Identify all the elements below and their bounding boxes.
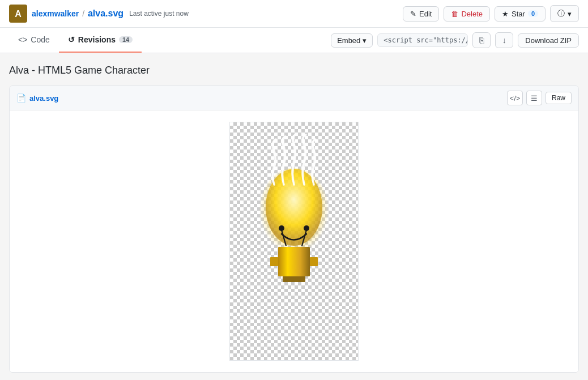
- top-bar-left: A alexmwalker / alva.svg Last active jus…: [9, 5, 189, 23]
- star-count-badge: 0: [528, 10, 538, 17]
- chevron-down-icon: ▾: [568, 10, 572, 18]
- top-bar-right: ✎ Edit 🗑 Delete ★ Star 0 ⓘ ▾: [403, 5, 579, 22]
- lightbulb-illustration: [254, 134, 334, 349]
- tab-code[interactable]: <> Code: [9, 28, 59, 53]
- revisions-icon: ↺: [68, 35, 75, 44]
- revisions-count-badge: 14: [119, 36, 133, 43]
- username-link[interactable]: alexmwalker: [32, 9, 79, 18]
- edit-button[interactable]: ✎ Edit: [403, 6, 439, 22]
- tabs-bar: <> Code ↺ Revisions 14 Embed ▾ <script s…: [0, 28, 588, 53]
- last-active-text: Last active just now: [129, 10, 189, 18]
- file-box: 📄 alva.svg </> ☰ Raw: [9, 86, 579, 373]
- info-icon: ⓘ: [557, 8, 565, 19]
- download-icon: ↓: [502, 36, 506, 45]
- code-brackets-icon: <>: [18, 35, 27, 44]
- svg-rect-11: [310, 257, 318, 266]
- separator: /: [82, 9, 84, 18]
- top-bar: A alexmwalker / alva.svg Last active jus…: [0, 0, 588, 28]
- prose-view-button[interactable]: ☰: [526, 91, 542, 105]
- svg-point-6: [279, 225, 284, 231]
- raw-button[interactable]: Raw: [546, 92, 572, 104]
- file-header: 📄 alva.svg </> ☰ Raw: [10, 86, 578, 110]
- file-name-link[interactable]: 📄 alva.svg: [16, 93, 58, 103]
- user-repo-path: alexmwalker / alva.svg: [32, 8, 123, 19]
- prose-view-icon: ☰: [531, 94, 538, 103]
- tabs: <> Code ↺ Revisions 14: [9, 28, 142, 53]
- svg-point-7: [304, 225, 309, 231]
- svg-rect-9: [278, 247, 310, 276]
- delete-button[interactable]: 🗑 Delete: [444, 6, 490, 22]
- download-icon-button[interactable]: ↓: [495, 32, 513, 48]
- svg-rect-12: [283, 276, 305, 282]
- file-content: [10, 110, 578, 372]
- gist-title: Alva - HTML5 Game Character: [9, 65, 579, 76]
- embed-button[interactable]: Embed ▾: [331, 33, 373, 48]
- file-header-actions: </> ☰ Raw: [507, 91, 572, 105]
- svg-text:A: A: [15, 9, 22, 19]
- avatar: A: [9, 5, 27, 23]
- code-view-button[interactable]: </>: [507, 91, 523, 105]
- copy-button[interactable]: ⎘: [472, 32, 491, 48]
- svg-rect-10: [270, 257, 278, 266]
- code-view-icon: </>: [510, 94, 521, 103]
- download-zip-button[interactable]: Download ZIP: [518, 33, 579, 48]
- embed-chevron-icon: ▾: [363, 36, 367, 45]
- pencil-icon: ✎: [410, 10, 416, 18]
- star-icon: ★: [502, 10, 509, 18]
- filename-link[interactable]: alva.svg: [88, 8, 123, 18]
- content-area: Alva - HTML5 Game Character 📄 alva.svg <…: [0, 53, 588, 380]
- tab-revisions[interactable]: ↺ Revisions 14: [59, 28, 142, 53]
- info-button[interactable]: ⓘ ▾: [550, 5, 579, 22]
- copy-icon: ⎘: [479, 36, 484, 45]
- tabs-actions: Embed ▾ <script src="https://gi ⎘ ↓ Down…: [331, 28, 579, 53]
- file-icon: 📄: [16, 93, 26, 103]
- script-tag-display: <script src="https://gi: [377, 33, 468, 47]
- trash-icon: 🗑: [451, 10, 458, 18]
- star-button[interactable]: ★ Star 0: [495, 6, 546, 22]
- svg-preview: [229, 122, 359, 361]
